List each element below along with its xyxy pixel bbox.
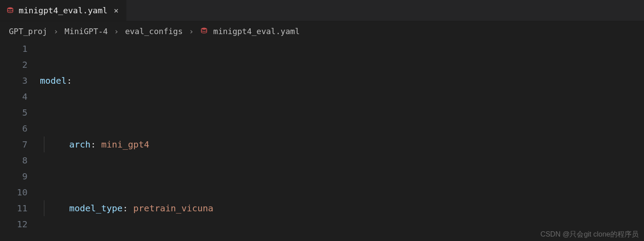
breadcrumb-file[interactable]: minigpt4_eval.yaml [213,27,300,36]
breadcrumb-eval-configs[interactable]: eval_configs [125,27,183,36]
chevron-right-icon: › [185,27,198,36]
line-number: 4 [0,89,27,105]
colon: : [90,139,96,150]
database-icon [6,7,14,15]
svg-point-0 [8,7,13,9]
line-number: 9 [0,168,27,184]
tab-title: minigpt4_eval.yaml [19,6,107,15]
code-line[interactable]: arch: mini_gpt4 [40,136,644,152]
code-area[interactable]: model: arch: mini_gpt4 model_type: pretr… [40,41,644,241]
tab-bar: minigpt4_eval.yaml × [0,0,644,21]
yaml-value: pretrain_vicuna [128,203,213,214]
indent-guide [44,136,44,152]
yaml-key: model_type [69,203,122,214]
line-number: 8 [0,152,27,168]
database-icon [200,27,208,35]
breadcrumb-gpt-proj[interactable]: GPT_proj [9,27,47,36]
yaml-key: arch [69,139,90,150]
yaml-value: mini_gpt4 [96,139,149,150]
line-number: 10 [0,184,27,200]
chevron-right-icon: › [49,27,63,36]
line-number-gutter: 1 2 3 4 5 6 7 8 9 10 11 12 [0,41,40,241]
line-number: 5 [0,105,27,120]
line-number: 12 [0,216,27,232]
tab-minigpt4-eval[interactable]: minigpt4_eval.yaml × [0,0,127,21]
yaml-key: model [40,75,67,86]
svg-point-1 [201,28,207,30]
line-number: 2 [0,57,27,73]
colon: : [67,75,72,86]
line-number: 1 [0,41,27,57]
close-icon[interactable]: × [112,7,120,15]
code-line[interactable]: model_type: pretrain_vicuna [40,200,644,216]
breadcrumb-minigpt4[interactable]: MiniGPT-4 [65,27,108,36]
line-number: 7 [0,136,27,152]
code-line[interactable]: model: [40,73,644,89]
code-editor[interactable]: 1 2 3 4 5 6 7 8 9 10 11 12 model: arch: … [0,41,644,241]
indent-guide [44,200,44,216]
chevron-right-icon: › [110,27,123,36]
colon: : [122,203,128,214]
line-number: 6 [0,120,27,136]
breadcrumb: GPT_proj › MiniGPT-4 › eval_configs › mi… [0,21,644,41]
line-number: 11 [0,200,27,216]
line-number: 3 [0,73,27,89]
